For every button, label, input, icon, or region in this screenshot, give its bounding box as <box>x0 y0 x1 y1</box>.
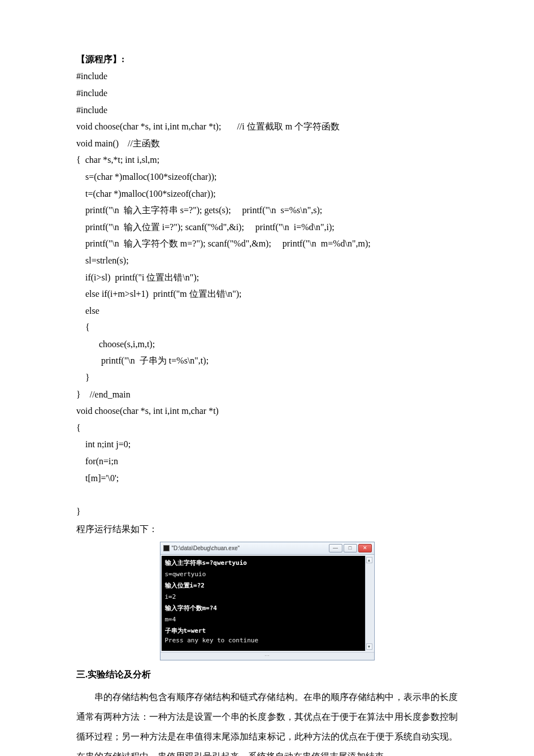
vertical-scrollbar[interactable]: ▴ ▾ <box>365 556 373 651</box>
window-title-text: "D:\data\Debug\chuan.exe" <box>172 543 240 554</box>
run-result-label: 程序运行结果如下： <box>76 521 458 538</box>
scroll-up-button[interactable]: ▴ <box>366 557 372 563</box>
horizontal-scrollbar[interactable]: ⋯ <box>160 652 374 660</box>
window-title-group: "D:\data\Debug\chuan.exe" <box>163 543 240 554</box>
console-line: 输入字符个数m=?4 <box>165 603 362 613</box>
minimize-button[interactable]: — <box>329 544 342 552</box>
console-line: i=2 <box>165 592 362 602</box>
source-code-block: #include #include #include void choose(c… <box>76 68 458 520</box>
console-line: 输入位置i=?2 <box>165 581 362 590</box>
close-button[interactable]: ✕ <box>358 544 372 552</box>
console-line: 子串为t=wert <box>165 626 362 636</box>
scroll-down-button[interactable]: ▾ <box>366 643 372 650</box>
console-window: "D:\data\Debug\chuan.exe" — □ ✕ 输入主字符串s=… <box>160 542 375 660</box>
console-line: Press any key to continue <box>165 636 362 645</box>
console-output: 输入主字符串s=?qwertyuios=qwertyuio输入位置i=?2i=2… <box>162 556 365 651</box>
console-body-wrap: 输入主字符串s=?qwertyuios=qwertyuio输入位置i=?2i=2… <box>160 555 374 652</box>
section-3-paragraph: 串的存储结构包含有顺序存储结构和链式存储结构。在串的顺序存储结构中，表示串的长度… <box>76 687 458 756</box>
maximize-button[interactable]: □ <box>344 544 357 552</box>
window-titlebar: "D:\data\Debug\chuan.exe" — □ ✕ <box>160 542 374 555</box>
source-code-heading: 【源程序】: <box>76 51 458 68</box>
console-line: s=qwertyuio <box>165 569 362 579</box>
console-line: m=4 <box>165 615 362 624</box>
app-icon <box>163 545 170 551</box>
console-line: 输入主字符串s=?qwertyuio <box>165 558 362 568</box>
console-window-container: "D:\data\Debug\chuan.exe" — □ ✕ 输入主字符串s=… <box>76 542 458 660</box>
section-3-heading: 三.实验结论及分析 <box>76 666 458 683</box>
window-buttons: — □ ✕ <box>329 544 372 552</box>
